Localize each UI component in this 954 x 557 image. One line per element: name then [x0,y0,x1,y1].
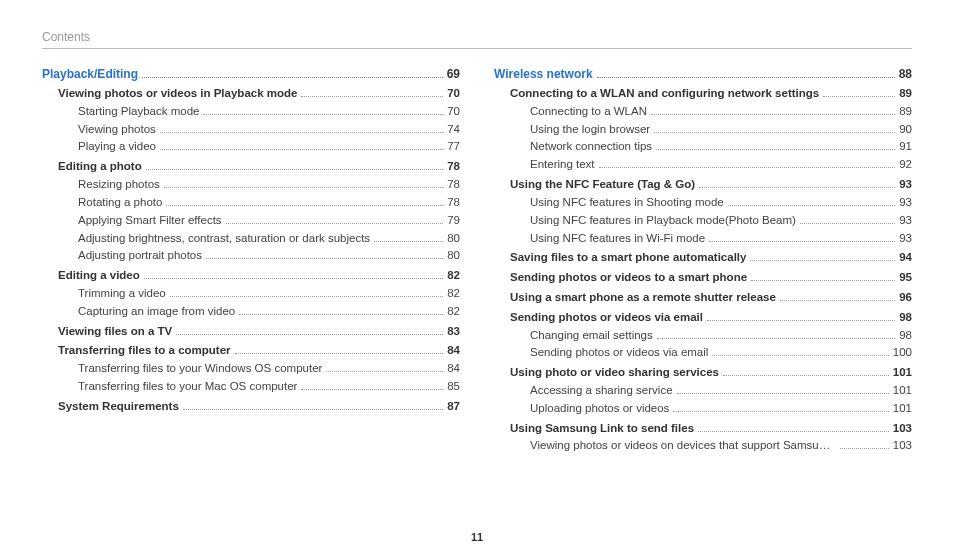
toc-entry-label: Using NFC features in Wi-Fi mode [530,230,705,248]
toc-entry-level2[interactable]: Using the login browser90 [494,121,912,139]
toc-entry-level2[interactable]: Network connection tips91 [494,138,912,156]
leader [176,334,443,335]
toc-entry-level2[interactable]: Capturing an image from video82 [42,303,460,321]
leader [800,223,895,224]
toc-entry-level2[interactable]: Viewing photos74 [42,121,460,139]
toc-entry-label: Transferring files to your Windows OS co… [78,360,322,378]
toc-entry-level1[interactable]: Viewing photos or videos in Playback mod… [42,85,460,103]
toc-entry-level2[interactable]: Using NFC features in Playback mode(Phot… [494,212,912,230]
toc-entry-level2[interactable]: Adjusting portrait photos80 [42,247,460,265]
toc-entry-level2[interactable]: Uploading photos or videos101 [494,400,912,418]
toc-group: Transferring files to a computer84Transf… [42,342,460,395]
toc-entry-label: Applying Smart Filter effects [78,212,222,230]
leader [712,355,888,356]
leader [654,132,895,133]
toc-entry-page: 101 [893,382,912,400]
toc-entry-level2[interactable]: Rotating a photo78 [42,194,460,212]
toc-entry-label: Sending photos or videos to a smart phon… [510,269,747,287]
leader [142,77,443,78]
toc-entry-page: 70 [447,103,460,121]
toc-column-right: Wireless network88Connecting to a WLAN a… [494,67,912,457]
toc-entry-level1[interactable]: Using photo or video sharing services101 [494,364,912,382]
toc-entry-page: 85 [447,378,460,396]
toc-entry-label: Uploading photos or videos [530,400,669,418]
leader [160,132,443,133]
toc-entry-label: Resizing photos [78,176,160,194]
leader [780,300,895,301]
toc-group: Sending photos or videos to a smart phon… [494,269,912,287]
leader [203,114,443,115]
toc-entry-page: 103 [893,420,912,438]
toc-entry-level2[interactable]: Resizing photos78 [42,176,460,194]
toc-entry-level2[interactable]: Starting Playback mode70 [42,103,460,121]
toc-entry-level1[interactable]: Saving files to a smart phone automatica… [494,249,912,267]
leader [723,375,889,376]
toc-entry-level2[interactable]: Using NFC features in Wi-Fi mode93 [494,230,912,248]
leader [235,353,444,354]
leader [677,393,889,394]
toc-entry-page: 91 [899,138,912,156]
toc-entry-label: Saving files to a smart phone automatica… [510,249,746,267]
toc-entry-level1[interactable]: System Requirements87 [42,398,460,416]
toc-entry-level1[interactable]: Viewing files on a TV83 [42,323,460,341]
toc-entry-level1[interactable]: Editing a photo78 [42,158,460,176]
toc-entry-page: 93 [899,194,912,212]
toc-section-title[interactable]: Wireless network88 [494,67,912,81]
toc-group: Using a smart phone as a remote shutter … [494,289,912,307]
toc-entry-level1[interactable]: Sending photos or videos via email98 [494,309,912,327]
leader [160,149,443,150]
toc-entry-label: Using NFC features in Shooting mode [530,194,724,212]
toc-entry-page: 82 [447,303,460,321]
toc-entry-label: Using NFC features in Playback mode(Phot… [530,212,796,230]
leader [239,314,443,315]
leader [599,167,896,168]
toc-entry-level1[interactable]: Sending photos or videos to a smart phon… [494,269,912,287]
toc-entry-page: 93 [899,212,912,230]
leader [699,187,895,188]
toc-entry-level2[interactable]: Changing email settings98 [494,327,912,345]
toc-entry-level2[interactable]: Transferring files to your Mac OS comput… [42,378,460,396]
toc-entry-level2[interactable]: Transferring files to your Windows OS co… [42,360,460,378]
toc-entry-page: 90 [899,121,912,139]
toc-entry-label: Viewing photos or videos on devices that… [530,437,836,455]
toc-group: Using Samsung Link to send files103Viewi… [494,420,912,456]
toc-entry-level2[interactable]: Viewing photos or videos on devices that… [494,437,912,455]
toc-entry-level1[interactable]: Editing a video82 [42,267,460,285]
toc-entry-level2[interactable]: Adjusting brightness, contrast, saturati… [42,230,460,248]
leader [144,278,443,279]
toc-entry-level1[interactable]: Transferring files to a computer84 [42,342,460,360]
toc-entry-page: 84 [447,360,460,378]
toc-entry-level2[interactable]: Accessing a sharing service101 [494,382,912,400]
toc-entry-label: Accessing a sharing service [530,382,673,400]
toc-entry-level1[interactable]: Using a smart phone as a remote shutter … [494,289,912,307]
toc-entry-level2[interactable]: Trimming a video82 [42,285,460,303]
toc-entry-label: Transferring files to your Mac OS comput… [78,378,297,396]
leader [206,258,443,259]
toc-entry-page: 89 [899,103,912,121]
toc-entry-level2[interactable]: Playing a video77 [42,138,460,156]
toc-entry-page: 80 [447,247,460,265]
leader [164,187,443,188]
toc-entry-level1[interactable]: Using the NFC Feature (Tag & Go)93 [494,176,912,194]
toc-entry-level2[interactable]: Applying Smart Filter effects79 [42,212,460,230]
toc-entry-label: Viewing photos or videos in Playback mod… [58,85,297,103]
toc-entry-level1[interactable]: Using Samsung Link to send files103 [494,420,912,438]
toc-entry-label: Adjusting brightness, contrast, saturati… [78,230,370,248]
toc-entry-level1[interactable]: Connecting to a WLAN and configuring net… [494,85,912,103]
toc-entry-label: Editing a video [58,267,140,285]
toc-entry-level2[interactable]: Connecting to a WLAN89 [494,103,912,121]
leader [751,280,895,281]
toc-entry-level2[interactable]: Sending photos or videos via email100 [494,344,912,362]
leader [301,389,443,390]
toc-group: Sending photos or videos via email98Chan… [494,309,912,362]
toc-entry-page: 78 [447,158,460,176]
toc-entry-level2[interactable]: Entering text92 [494,156,912,174]
toc-entry-level2[interactable]: Using NFC features in Shooting mode93 [494,194,912,212]
toc-entry-label: Network connection tips [530,138,652,156]
toc-entry-page: 103 [893,437,912,455]
leader [326,371,443,372]
toc-entry-label: System Requirements [58,398,179,416]
toc-section-title[interactable]: Playback/Editing69 [42,67,460,81]
leader [597,77,895,78]
toc-entry-label: Transferring files to a computer [58,342,231,360]
